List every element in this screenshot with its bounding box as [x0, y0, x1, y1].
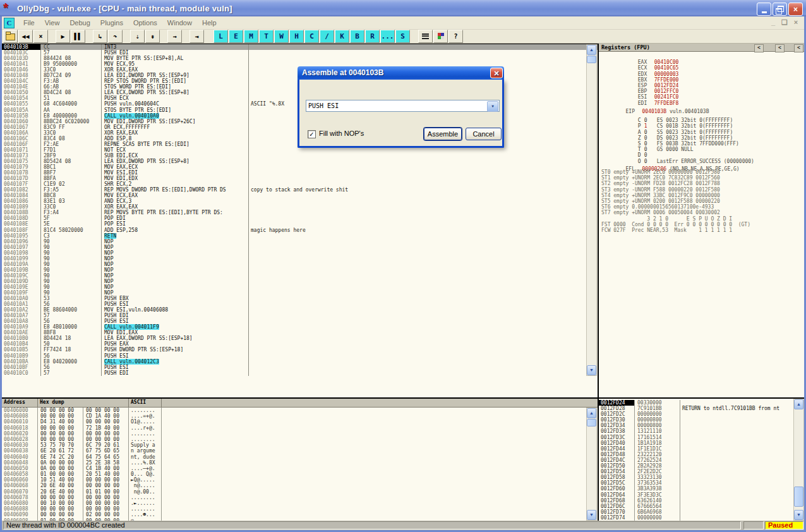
- dump-row[interactable]: 00406030 53 75 70 70 6C 79 20 61 Supply …: [2, 442, 598, 448]
- toolbar-button[interactable]: ⇣: [130, 30, 145, 43]
- disasm-row[interactable]: 00401073 2BF9 SUB EDI,ECX: [2, 153, 598, 159]
- disasm-row[interactable]: 004010A1 56 PUSH ESI: [2, 301, 598, 307]
- menu-item[interactable]: Help: [197, 18, 222, 28]
- toolbar-button[interactable]: ×: [33, 30, 48, 43]
- scroll-thumb[interactable]: [794, 487, 803, 507]
- stack-row[interactable]: 0012FD48 23222120: [599, 452, 804, 457]
- disasm-scrollbar[interactable]: ▲ ▼: [586, 44, 597, 376]
- disasm-row[interactable]: 0040103C 57 PUSH EDI: [2, 50, 598, 56]
- menu-item[interactable]: File: [18, 18, 40, 28]
- window-letter-button[interactable]: H: [289, 30, 304, 43]
- scroll-up-button[interactable]: ▲: [794, 399, 803, 409]
- disasm-row[interactable]: 0040109D 90 NOP: [2, 279, 598, 284]
- disasm-row[interactable]: 004010B9 56 PUSH ESI: [2, 353, 598, 359]
- stack-row[interactable]: 0012FD74 00000000: [599, 515, 804, 521]
- stack-row[interactable]: 0012FD5C 37363534: [599, 480, 804, 486]
- disasm-row[interactable]: 0040108E 5E POP ESI: [2, 221, 598, 227]
- appearance-button[interactable]: [433, 30, 448, 43]
- reg-pane-button[interactable]: <: [794, 44, 803, 52]
- disasm-row[interactable]: 004010B4 50 PUSH EAX: [2, 341, 598, 347]
- window-letter-button[interactable]: R: [365, 30, 380, 43]
- dump-row[interactable]: 00406050 0A 00 00 00 C4 1B 40 00 ....─+@…: [2, 466, 598, 471]
- toolbar-button[interactable]: ▶: [56, 30, 70, 43]
- dump-scrollbar[interactable]: ▲ ▼: [586, 408, 597, 521]
- fpu-register-row[interactable]: ST1 empty +UNORM 2EC0 7C832C89 0012F560: [599, 175, 804, 181]
- stack-row[interactable]: 0012FD2C 00000000: [599, 411, 804, 417]
- options-button[interactable]: [418, 30, 433, 43]
- menu-item[interactable]: View: [40, 18, 65, 28]
- disasm-row[interactable]: 0040108B F3:A4 REP MOVS BYTE PTR ES:[EDI…: [2, 210, 598, 215]
- window-letter-button[interactable]: W: [274, 30, 289, 43]
- disasm-row[interactable]: 00401075 8D5424 08 LEA EDX,DWORD PTR SS:…: [2, 159, 598, 164]
- stack-row[interactable]: 0012FD44 1F1E1D1C: [599, 446, 804, 452]
- dump-row[interactable]: 00406090 00 00 00 00 02 00 00 00 ....☻..…: [2, 512, 598, 517]
- window-letter-button[interactable]: /: [320, 30, 334, 43]
- toolbar-button[interactable]: ◀◀: [18, 30, 33, 43]
- dump-row[interactable]: 00406048 0A 00 00 00 25 2E 38 58 ....%.8…: [2, 460, 598, 466]
- disasm-row[interactable]: 004010A7 57 PUSH EDI: [2, 313, 598, 318]
- stack-row[interactable]: 0012FD50 2B2A2928: [599, 463, 804, 469]
- mdi-close-icon[interactable]: ×: [791, 18, 800, 27]
- disasm-row[interactable]: 0040108D 5F POP EDI: [2, 215, 598, 221]
- minimize-button[interactable]: [757, 3, 771, 16]
- restore-button[interactable]: [773, 3, 787, 16]
- stack-row[interactable]: 0012FD3C 17161514: [599, 435, 804, 440]
- dump-row[interactable]: 00406078 00 00 00 00 00 00 00 00 .......…: [2, 495, 598, 500]
- disasm-row[interactable]: 00401097 90 NOP: [2, 245, 598, 250]
- dump-row[interactable]: 00406058 01 00 00 00 20 51 40 00 0... Q@…: [2, 471, 598, 477]
- dump-row[interactable]: 00406028 00 00 00 00 00 00 00 00 .......…: [2, 437, 598, 442]
- disasm-row[interactable]: 00401099 90 NOP: [2, 256, 598, 262]
- disasm-row[interactable]: 004010B5 FF7424 18 PUSH DWORD PTR SS:[ES…: [2, 347, 598, 353]
- toolbar-button[interactable]: ↷: [108, 30, 123, 43]
- fpu-register-row[interactable]: ST3 empty -UNORM F588 00000220 0012F580: [599, 187, 804, 193]
- scroll-thumb[interactable]: [587, 419, 596, 426]
- disasm-row[interactable]: 00401071 F7D1 NOT ECX: [2, 147, 598, 153]
- disasm-row[interactable]: 00401079 8BC1 MOV EAX,ECX: [2, 164, 598, 170]
- disasm-row[interactable]: 0040103D 884424 08 MOV BYTE PTR SS:[ESP+…: [2, 56, 598, 61]
- fpu-register-row[interactable]: ST0 empty +UNORM 2EC0 00000000 0012F580: [599, 169, 804, 175]
- dump-row[interactable]: 00406010 D4 31 40 00 00 00 00 00 Ô1@....…: [2, 419, 598, 425]
- stack-row[interactable]: 0012FD70 6B6A6968: [599, 509, 804, 515]
- disasm-row[interactable]: 0040107B 8BF7 MOV ESI,EDI: [2, 170, 598, 176]
- dialog-close-icon[interactable]: ✕: [490, 68, 503, 78]
- stack-row[interactable]: 0012FD6C 67666564: [599, 504, 804, 509]
- disasm-row[interactable]: 00401086 83E1 03 AND ECX,3: [2, 198, 598, 204]
- dump-row[interactable]: 00406060 10 51 40 00 00 00 00 00 ►Q@....…: [2, 477, 598, 483]
- toolbar-button[interactable]: ⇟: [145, 30, 160, 43]
- disasm-row[interactable]: 0040109C 90 NOP: [2, 273, 598, 279]
- window-letter-button[interactable]: ...: [380, 30, 395, 43]
- disasm-row[interactable]: 00401089 33C0 XOR EAX,EAX: [2, 204, 598, 210]
- fpu-register-row[interactable]: ST6 empty 0.0000000156560137100e-4933: [599, 204, 804, 210]
- toolbar-button[interactable]: ▌▌: [71, 30, 85, 43]
- disasm-row[interactable]: 0040109A 90 NOP: [2, 262, 598, 267]
- toolbar-button[interactable]: ↳: [93, 30, 107, 43]
- window-letter-button[interactable]: C: [304, 30, 319, 43]
- dump-row[interactable]: 00406008 00 00 00 00 CD 1A 40 00 ....=+@…: [2, 413, 598, 419]
- stack-row[interactable]: 0012FD24 00330000: [599, 400, 804, 406]
- toolbar-button[interactable]: →: [167, 30, 182, 43]
- disasm-row[interactable]: 004010A8 56 PUSH ESI: [2, 318, 598, 324]
- dump-row[interactable]: 00406018 00 00 00 00 72 1B 40 00 ....r+@…: [2, 425, 598, 431]
- stack-row[interactable]: 0012FD40 1B1A1918: [599, 440, 804, 446]
- scroll-down-button[interactable]: ▼: [587, 510, 596, 520]
- fill-with-nops-checkbox[interactable]: ✓: [308, 130, 316, 138]
- assemble-button[interactable]: Assemble: [424, 128, 462, 140]
- stack-row[interactable]: 0012FD4C 27262524: [599, 457, 804, 463]
- scroll-down-button[interactable]: ▼: [794, 510, 803, 520]
- stack-row[interactable]: 0012FD38 13121110: [599, 428, 804, 434]
- stack-row[interactable]: 0012FD54 2F2E2D2C: [599, 469, 804, 475]
- disasm-row[interactable]: 0040108F 81C4 58020000 ADD ESP,258 magic…: [2, 227, 598, 233]
- dump-row[interactable]: 00406070 20 6E 40 00 01 01 00 00 n@.00..: [2, 489, 598, 495]
- disasm-row[interactable]: 004010BA E8 04020000 CALL vuln.004012C3: [2, 359, 598, 365]
- toolbar-button[interactable]: ⇥: [189, 30, 204, 43]
- reg-pane-button[interactable]: <: [775, 44, 785, 52]
- disasm-row[interactable]: 00401082 F3:A5 REP MOVS DWORD PTR ES:[ED…: [2, 187, 598, 193]
- menu-item[interactable]: Plugins: [95, 18, 128, 28]
- dump-row[interactable]: 00406000 00 00 00 00 00 00 00 00 .......…: [2, 408, 598, 413]
- stack-row[interactable]: 0012FD68 63626140: [599, 498, 804, 504]
- menu-item[interactable]: Debug: [64, 18, 95, 28]
- mdi-restore-icon[interactable]: ❏: [780, 18, 789, 27]
- fpu-register-row[interactable]: ST7 empty +UNORM 0006 00050004 00030002: [599, 210, 804, 215]
- scroll-up-button[interactable]: ▲: [587, 408, 596, 418]
- disasm-row[interactable]: 0040107F C1E9 02 SHR ECX,2: [2, 181, 598, 187]
